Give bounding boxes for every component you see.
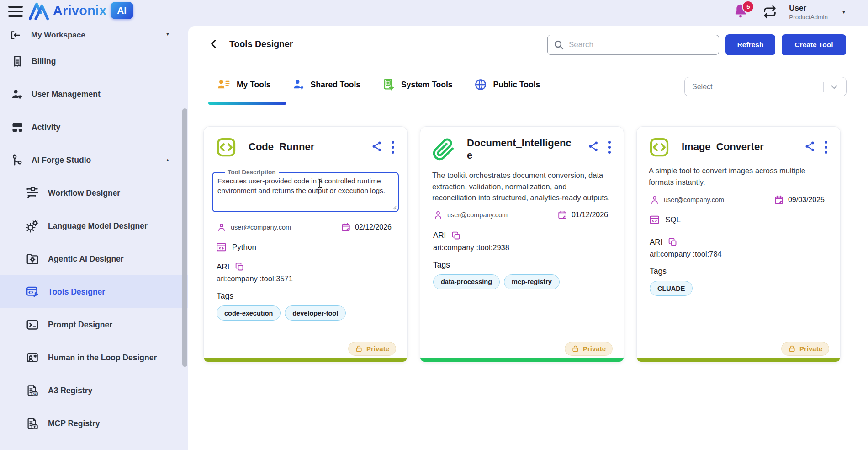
collapse-sidebar-icon[interactable] — [9, 29, 22, 41]
refresh-button[interactable]: Refresh — [725, 34, 775, 55]
tool-cards: Code_Runner Tool Description Executes us… — [203, 126, 841, 362]
sidebar-item-tools-designer[interactable]: Tools Designer — [0, 275, 188, 308]
tags-row: data-processing mcp-registry — [433, 274, 612, 289]
sidebar-item-mcp-registry[interactable]: MCP Registry — [0, 407, 188, 440]
tool-description: The toolkit orchestrates document conver… — [432, 170, 612, 204]
sidebar-item-prompt-designer[interactable]: Prompt Designer — [0, 308, 188, 341]
sidebar-item-activity[interactable]: Activity — [0, 111, 188, 144]
tag-pill: code-execution — [217, 305, 281, 321]
sidebar-item-billing[interactable]: Billing — [0, 45, 188, 78]
ari-label: ARI — [650, 238, 662, 247]
copy-icon[interactable] — [451, 231, 461, 241]
create-tool-button[interactable]: Create Tool — [782, 34, 846, 55]
filter-select-dropdown[interactable]: Select — [684, 77, 847, 96]
owner-email: user@company.com — [231, 224, 291, 231]
globe-icon — [474, 78, 487, 91]
tab-label: System Tools — [401, 80, 453, 90]
workspace-caret-down-icon: ▼ — [165, 32, 170, 37]
text-cursor — [317, 178, 323, 188]
brand-ai-badge: AI — [111, 2, 133, 19]
user-caret-down-icon: ▼ — [842, 10, 846, 15]
document-mcp-badge-icon — [26, 417, 39, 430]
code-brackets-icon — [216, 137, 237, 158]
calendar-edit-icon — [557, 210, 567, 220]
tool-title: Document_Intelligence — [467, 137, 576, 161]
kebab-menu-icon[interactable] — [607, 140, 612, 154]
tag-pill: CLUADE — [650, 281, 693, 296]
share-icon[interactable] — [587, 140, 599, 152]
tab-label: My Tools — [237, 80, 271, 90]
tool-description-field: Tool Description Executes user-provided … — [212, 169, 399, 212]
visibility-badge: Private — [781, 342, 829, 356]
workspace-switcher[interactable]: My Workspace ▼ — [0, 26, 188, 44]
visibility-label: Private — [366, 345, 389, 353]
tool-date: 02/12/2026 — [355, 223, 392, 231]
share-icon[interactable] — [371, 140, 383, 152]
sidebar-item-human-in-the-loop-designer[interactable]: Human in the Loop Designer — [0, 341, 188, 374]
browser-code-icon — [216, 241, 227, 253]
tool-language: SQL — [665, 215, 681, 225]
user-role: ProductAdmin — [789, 14, 828, 21]
tag-pill: mcp-registry — [504, 274, 560, 289]
notification-count-badge: 5 — [742, 0, 754, 13]
tags-row: code-execution developer-tool — [217, 305, 395, 321]
sidebar-item-label: Language Model Designer — [48, 221, 148, 231]
copy-icon[interactable] — [668, 237, 677, 247]
tab-public-tools[interactable]: Public Tools — [474, 78, 540, 91]
tool-title: Code_Runner — [249, 137, 359, 153]
sidebar-item-label: AI Forge Studio — [32, 155, 91, 165]
tool-language: Python — [232, 243, 256, 252]
sidebar-item-workflow-designer[interactable]: Workflow Designer — [0, 177, 188, 209]
tabs: My Tools Shared Tools System Tools — [217, 78, 540, 91]
share-icon[interactable] — [804, 140, 816, 152]
brand-logo[interactable]: Arivonix AI — [28, 0, 133, 21]
ari-label: ARI — [217, 262, 229, 272]
device-gear-icon — [381, 78, 395, 91]
tag-pill: developer-tool — [285, 305, 346, 321]
kebab-menu-icon[interactable] — [824, 140, 828, 154]
svg-text:A3: A3 — [33, 392, 37, 395]
tool-card-image-converter: Image_Converter A simple tool to convert… — [636, 126, 841, 362]
sidebar-item-label: A3 Registry — [48, 386, 92, 396]
sidebar-scrollbar-thumb[interactable] — [182, 108, 187, 367]
back-button[interactable] — [208, 38, 219, 50]
tab-shared-tools[interactable]: Shared Tools — [292, 78, 361, 91]
ari-value: ari:company :tool:3571 — [217, 274, 395, 283]
sidebar-item-a3-registry[interactable]: A3 A3 Registry — [0, 374, 188, 407]
switch-workspace-icon[interactable] — [762, 5, 777, 19]
sidebar-item-label: Agentic AI Designer — [48, 254, 124, 264]
person-icon — [433, 210, 443, 220]
user-menu[interactable]: User ProductAdmin ▼ — [789, 4, 846, 21]
search-input[interactable] — [569, 40, 713, 49]
textarea-resize-handle[interactable] — [392, 205, 397, 210]
sidebar-item-language-model-designer[interactable]: Language Model Designer — [0, 209, 188, 242]
folder-chip-icon — [26, 252, 39, 266]
tool-description: A simple tool to convert images across m… — [649, 165, 828, 188]
owner-email: user@company.com — [664, 196, 724, 204]
hamburger-menu-icon[interactable] — [8, 6, 23, 17]
section-caret-up-icon: ▲ — [165, 158, 170, 162]
tool-title: Image_Converter — [682, 137, 792, 153]
sidebar-item-agentic-ai-designer[interactable]: Agentic AI Designer — [0, 242, 188, 275]
person-share-icon — [292, 78, 305, 91]
sidebar-item-ai-forge-studio[interactable]: AI Forge Studio ▲ — [0, 144, 188, 177]
copy-icon[interactable] — [235, 262, 244, 272]
visibility-badge: Private — [565, 342, 613, 356]
tag-pill: data-processing — [433, 274, 500, 289]
calendar-edit-icon — [341, 222, 351, 232]
tab-system-tools[interactable]: System Tools — [381, 78, 453, 91]
ari-value: ari:company :tool:2938 — [433, 243, 612, 252]
kebab-menu-icon[interactable] — [391, 140, 395, 154]
terminal-icon — [26, 318, 39, 332]
workflow-nodes-icon — [26, 186, 39, 200]
tool-description-textarea[interactable]: Executes user-provided code in a control… — [217, 177, 393, 207]
tool-description-label: Tool Description — [225, 169, 279, 176]
visibility-label: Private — [583, 345, 606, 353]
lock-icon — [788, 345, 796, 353]
notification-bell-button[interactable]: 5 — [732, 2, 751, 22]
person-icon — [217, 222, 227, 232]
tab-my-tools[interactable]: My Tools — [217, 78, 271, 91]
arivonix-logo-mark — [28, 0, 49, 21]
sidebar-item-user-management[interactable]: User Management — [0, 78, 188, 111]
lock-icon — [572, 345, 579, 353]
